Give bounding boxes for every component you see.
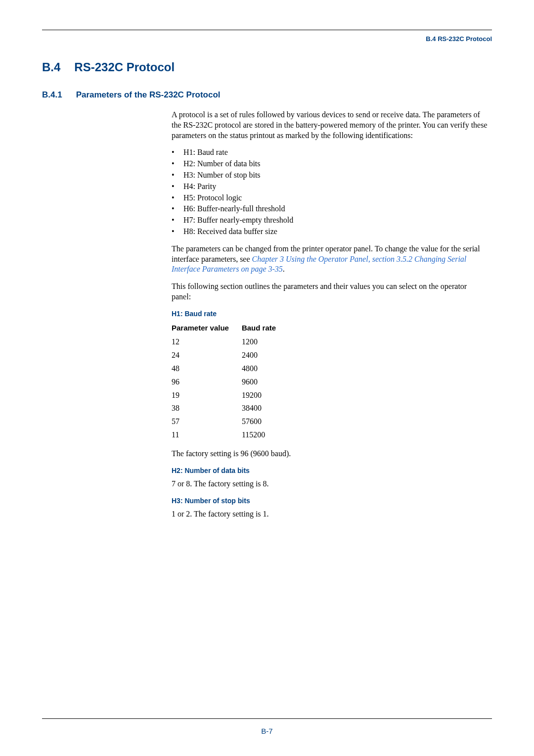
bullet-icon: • xyxy=(172,147,183,158)
table-row: 121200 xyxy=(172,335,289,349)
cell-param: 12 xyxy=(172,335,242,349)
cell-baud: 1200 xyxy=(242,335,289,349)
list-item: •H8: Received data buffer size xyxy=(172,227,488,237)
footer-rule xyxy=(42,718,492,719)
table-row: 5757600 xyxy=(172,415,289,428)
list-item: •H1: Baud rate xyxy=(172,147,488,158)
list-item-label: H5: Protocol logic xyxy=(183,193,242,203)
h3-text: 1 or 2. The factory setting is 1. xyxy=(172,509,488,520)
list-item: •H2: Number of data bits xyxy=(172,159,488,169)
page-footer: B-7 xyxy=(42,718,492,735)
intro-paragraph: A protocol is a set of rules followed by… xyxy=(172,110,488,141)
col-baud-rate: Baud rate xyxy=(242,322,289,336)
change-paragraph: The parameters can be changed from the p… xyxy=(172,244,488,275)
list-item-label: H8: Received data buffer size xyxy=(183,227,277,237)
cell-baud: 38400 xyxy=(242,402,289,415)
running-head: B.4 RS-232C Protocol xyxy=(42,35,492,43)
section-number: B.4 xyxy=(42,60,60,74)
bullet-icon: • xyxy=(172,159,183,169)
list-item-label: H6: Buffer-nearly-full threshold xyxy=(183,204,285,214)
identification-list: •H1: Baud rate •H2: Number of data bits … xyxy=(172,147,488,236)
bullet-icon: • xyxy=(172,193,183,203)
col-parameter-value: Parameter value xyxy=(172,322,242,336)
h1-factory-setting: The factory setting is 96 (9600 baud). xyxy=(172,449,488,459)
h3-heading: H3: Number of stop bits xyxy=(172,496,488,505)
list-item-label: H1: Baud rate xyxy=(183,147,228,158)
bullet-icon: • xyxy=(172,215,183,226)
list-item-label: H2: Number of data bits xyxy=(183,159,261,169)
list-item: •H6: Buffer-nearly-full threshold xyxy=(172,204,488,214)
cell-baud: 9600 xyxy=(242,376,289,389)
baud-rate-table: Parameter value Baud rate 121200 242400 … xyxy=(172,322,289,442)
cell-param: 19 xyxy=(172,389,242,402)
page-number: B-7 xyxy=(42,727,492,735)
cell-baud: 4800 xyxy=(242,362,289,376)
content-block: A protocol is a set of rules followed by… xyxy=(172,110,488,520)
list-item: •H3: Number of stop bits xyxy=(172,170,488,181)
subsection-number: B.4.1 xyxy=(42,90,62,100)
h2-text: 7 or 8. The factory setting is 8. xyxy=(172,479,488,489)
subsection-title: Parameters of the RS-232C Protocol xyxy=(76,90,221,100)
h1-heading: H1: Baud rate xyxy=(172,309,488,318)
outline-paragraph: This following section outlines the para… xyxy=(172,282,488,302)
cell-baud: 19200 xyxy=(242,389,289,402)
table-header-row: Parameter value Baud rate xyxy=(172,322,289,336)
cell-param: 48 xyxy=(172,362,242,376)
bullet-icon: • xyxy=(172,170,183,181)
table-row: 3838400 xyxy=(172,402,289,415)
bullet-icon: • xyxy=(172,227,183,237)
cell-param: 57 xyxy=(172,415,242,428)
list-item: •H4: Parity xyxy=(172,182,488,192)
table-row: 11115200 xyxy=(172,428,289,442)
table-row: 484800 xyxy=(172,362,289,376)
table-row: 1919200 xyxy=(172,389,289,402)
table-row: 242400 xyxy=(172,349,289,362)
h2-heading: H2: Number of data bits xyxy=(172,466,488,475)
subsection-heading: B.4.1 Parameters of the RS-232C Protocol xyxy=(42,90,492,100)
cell-param: 24 xyxy=(172,349,242,362)
cell-param: 38 xyxy=(172,402,242,415)
section-title: RS-232C Protocol xyxy=(74,60,175,74)
cell-baud: 2400 xyxy=(242,349,289,362)
bullet-icon: • xyxy=(172,204,183,214)
cell-param: 11 xyxy=(172,428,242,442)
cell-baud: 115200 xyxy=(242,428,289,442)
cell-param: 96 xyxy=(172,376,242,389)
section-heading: B.4 RS-232C Protocol xyxy=(42,60,492,74)
table-row: 969600 xyxy=(172,376,289,389)
list-item: •H7: Buffer nearly-empty threshold xyxy=(172,215,488,226)
list-item-label: H4: Parity xyxy=(183,182,216,192)
change-tail: . xyxy=(283,265,285,273)
top-rule xyxy=(42,30,492,30)
list-item-label: H3: Number of stop bits xyxy=(183,170,261,181)
bullet-icon: • xyxy=(172,182,183,192)
list-item-label: H7: Buffer nearly-empty threshold xyxy=(183,215,293,226)
cell-baud: 57600 xyxy=(242,415,289,428)
list-item: •H5: Protocol logic xyxy=(172,193,488,203)
